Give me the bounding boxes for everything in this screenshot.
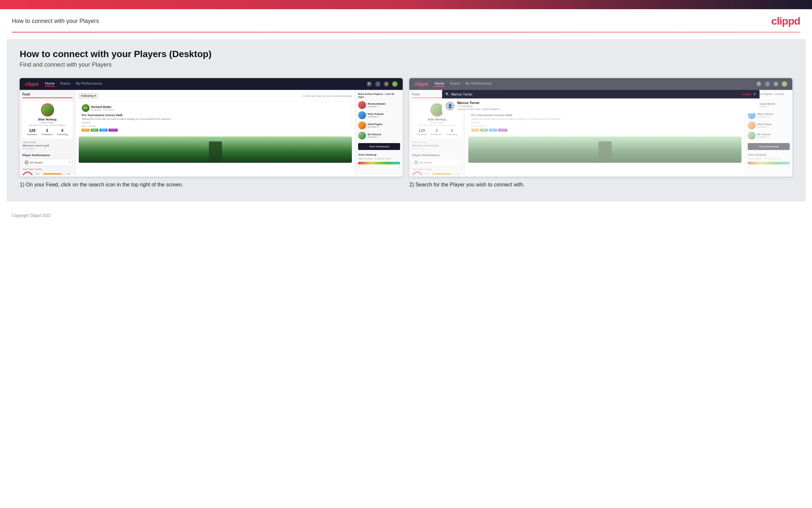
profile-name-1: Blair McHarg <box>25 118 70 121</box>
main-subtitle: Find and connect with your Players <box>20 61 792 68</box>
tag-ott-1: OTT <box>82 129 90 132</box>
team-dashboard-btn-2[interactable]: Team Dashboard <box>748 143 790 150</box>
heatmap-subtitle-2: Player Quality · 20 Round Trend <box>748 158 790 160</box>
user-icon[interactable]: 👤 <box>375 81 380 87</box>
player-avatar-hp <box>358 121 366 129</box>
quality-bars-1: OTT 79 APP 70 ARG <box>36 173 73 175</box>
player-name-hp: Hiral Pujara <box>368 123 382 126</box>
player-selector-avatar <box>24 160 29 165</box>
settings-icon-2[interactable]: ⚙ <box>773 81 778 87</box>
player-sel-avatar-2 <box>414 160 419 165</box>
search-result-avatar: 👤 <box>445 101 455 111</box>
player-item-3: Hiral Pujara Activities: 3 <box>358 121 400 129</box>
settings-icon[interactable]: ⚙ <box>384 81 389 87</box>
profile-card-1: Blair McHarg Golf Coach Mill Ride Golf C… <box>22 101 73 138</box>
latest-date-2: 27 Jul 2022 <box>412 147 462 150</box>
latest-activity-value: Afternoon round of golf <box>22 144 73 147</box>
user-icon-2[interactable]: 👤 <box>765 81 770 87</box>
feed-tab-1[interactable]: Feed <box>22 92 73 98</box>
latest-activity-date: 27 Jul 2022 <box>22 147 73 150</box>
search-result[interactable]: 👤 Marcus Turner 1-5 Handicap Cypress Poi… <box>442 98 760 113</box>
copyright: Copyright Clippd 2022 <box>0 208 812 223</box>
feed-figure-2 <box>599 141 612 163</box>
screenshot-box-2: clippd Home Teams My Performance 🔍 👤 ⚙ <box>409 78 792 176</box>
quality-score-2: 84 OTT 79 APP 70 <box>412 172 462 175</box>
score-circle-1: 84 <box>22 172 33 175</box>
header-divider <box>12 32 800 33</box>
tag-app-2: APP <box>480 129 488 132</box>
heatmap-bar-1 <box>358 162 400 164</box>
player-perf-title-1: Player Performance <box>22 152 73 157</box>
activity-duration-1: Duration <box>82 121 349 124</box>
app-nav-2: clippd Home Teams My Performance 🔍 👤 ⚙ <box>409 78 792 90</box>
heatmap-subtitle-1: Player Quality · 20 Round Trend <box>358 158 400 160</box>
player-item-4: Eli Vincent Activities: 1 <box>358 132 400 139</box>
nav-home-2[interactable]: Home <box>434 81 444 87</box>
search-result-handicap: 1-5 Handicap <box>457 105 500 108</box>
caption-1: 1) On your Feed, click on the search ico… <box>20 181 403 188</box>
activity-desc-1: Walking the course with my coach to buil… <box>82 118 349 120</box>
player-activities-ev: Activities: 1 <box>368 136 381 138</box>
activity-user-row-1: RB Richard Butler Yesterday · The Grove <box>82 104 349 112</box>
team-dashboard-btn-1[interactable]: Team Dashboard <box>358 143 400 150</box>
right-panel-1: Most Active Players - Last 30 days Richa… <box>355 90 403 175</box>
latest-val-2: Afternoon round of golf <box>412 144 462 147</box>
heatmap-bar-2 <box>748 162 790 164</box>
nav-my-performance[interactable]: My Performance <box>76 81 102 87</box>
player-selector-1[interactable]: Eli Vincent ▾ <box>22 159 73 166</box>
player-avatar-rb <box>358 101 366 109</box>
activity-avatar-1: RB <box>82 104 90 112</box>
search-clear-btn[interactable]: CLEAR <box>742 93 751 96</box>
search-icon[interactable]: 🔍 <box>367 81 372 87</box>
logo: clippd <box>771 15 800 27</box>
stat-following: 4 Following <box>57 128 68 136</box>
player-activities-hp: Activities: 3 <box>368 126 382 128</box>
nav-teams[interactable]: Teams <box>60 81 70 87</box>
control-link-1[interactable]: Control who can see your activity and da… <box>302 94 352 97</box>
avatar-icon[interactable] <box>392 81 397 87</box>
heatmap-title-2: Team Heatmap <box>748 153 790 156</box>
activity-desc-2: Walking the course with my coach to buil… <box>471 118 738 120</box>
stat-activities: 129 Activities <box>27 128 37 136</box>
profile-stats-2: 129Activities 3Followers 4Following <box>415 128 460 136</box>
activity-card-1: RB Richard Butler Yesterday · The Grove … <box>79 101 352 134</box>
feed-sidebar-1: Feed Blair McHarg Golf Coach Mill Ride G… <box>20 90 76 175</box>
quality-label-2: Total Player Quality <box>412 168 462 170</box>
feed-figure-1 <box>209 141 222 163</box>
following-row-1: Following ▾ Control who can see your act… <box>79 93 352 98</box>
page-title: How to connect with your Players <box>12 18 99 25</box>
app-body-1: Feed Blair McHarg Golf Coach Mill Ride G… <box>20 90 403 175</box>
top-bar <box>0 0 812 9</box>
search-bar-row: 🔍 Marcus Turner CLEAR ✕ <box>442 90 760 98</box>
nav-teams-2[interactable]: Teams <box>449 81 460 87</box>
header: How to connect with your Players clippd <box>0 9 812 32</box>
activity-user-name-1: Richard Butler <box>91 105 114 109</box>
profile-avatar-2 <box>431 103 444 117</box>
following-btn-1[interactable]: Following ▾ <box>79 93 98 98</box>
nav-my-performance-2[interactable]: My Performance <box>465 81 492 87</box>
search-close-btn[interactable]: ✕ <box>753 92 756 96</box>
search-result-club: Cypress Point Club, United Kingdom <box>457 108 500 111</box>
search-input-text[interactable]: Marcus Turner <box>451 92 740 96</box>
player-avatar-pp <box>358 111 366 119</box>
main-title: How to connect with your Players (Deskto… <box>20 49 792 59</box>
player-activities-rb: Activities: 7 <box>368 105 386 108</box>
nav-right-2: 🔍 👤 ⚙ <box>756 81 787 87</box>
app-nav-1: clippd Home Teams My Performance 🔍 👤 ⚙ <box>20 78 403 90</box>
profile-role-2: Golf Coach <box>415 121 460 124</box>
tag-putt-2: PUTT <box>498 129 507 132</box>
avatar-icon-2[interactable] <box>782 81 787 87</box>
app-logo-1: clippd <box>25 81 38 87</box>
search-result-name: Marcus Turner <box>457 101 500 105</box>
quality-bars-2: OTT 79 APP 70 ARG <box>425 173 462 175</box>
tag-ott-2: OTT <box>471 129 479 132</box>
activity-dur-label-2: Duration <box>471 121 738 124</box>
heatmap-title-1: Team Heatmap <box>358 153 400 156</box>
search-icon-2[interactable]: 🔍 <box>756 81 762 87</box>
stat-followers: 3 Followers <box>41 128 52 136</box>
activity-user-meta-1: Yesterday · The Grove <box>91 109 114 111</box>
nav-home[interactable]: Home <box>45 81 54 87</box>
feed-image-1 <box>79 136 352 163</box>
player-name-rb: Richard Butler <box>368 102 386 105</box>
bar-row-ott: OTT 79 <box>36 173 73 175</box>
